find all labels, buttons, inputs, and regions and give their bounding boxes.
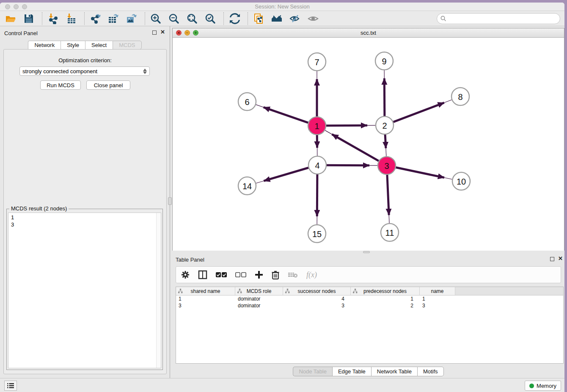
column-header-name[interactable]: name	[420, 287, 455, 295]
cell-successor-nodes[interactable]: 3	[283, 302, 351, 309]
cell-name[interactable]: 3	[420, 302, 455, 309]
search-field[interactable]	[437, 13, 560, 24]
run-mcds-button[interactable]: Run MCDS	[40, 80, 81, 90]
graph-edge-3-10[interactable]	[396, 168, 452, 179]
mcds-result-textarea[interactable]: 13	[8, 213, 161, 368]
split-columns-icon[interactable]	[198, 270, 207, 279]
graph-edge-4-3[interactable]	[327, 165, 377, 166]
graph-edge-3-11[interactable]	[387, 175, 389, 223]
float-panel-icon[interactable]	[152, 30, 157, 35]
cell-shared-name[interactable]: 1	[176, 295, 235, 302]
delete-column-icon[interactable]	[272, 271, 279, 279]
zoom-out-icon[interactable]	[168, 12, 180, 25]
search-icon	[440, 16, 446, 22]
export-table-icon[interactable]	[107, 12, 120, 25]
zoom-selected-icon[interactable]	[204, 12, 217, 25]
splitter-grip[interactable]	[168, 197, 172, 205]
tab-select[interactable]: Select	[85, 41, 113, 50]
column-header-MCDS-role[interactable]: MCDS role	[235, 287, 283, 295]
show-all-icon[interactable]	[307, 12, 319, 25]
graph-node-14[interactable]: 14	[238, 177, 256, 195]
graph-edge-2-3[interactable]	[385, 135, 386, 156]
task-history-button[interactable]	[4, 381, 17, 391]
cell-shared-name[interactable]: 3	[176, 302, 235, 309]
cell-predecessor-nodes[interactable]: 2	[351, 302, 420, 309]
svg-text:2: 2	[382, 121, 387, 130]
scrollbar[interactable]	[156, 213, 161, 368]
graph-edge-1-4[interactable]	[317, 135, 317, 156]
graph-node-2[interactable]: 2	[376, 116, 394, 134]
table-row[interactable]: 1dominator411	[176, 295, 563, 302]
graph-node-10[interactable]: 10	[452, 172, 470, 190]
hide-selected-icon[interactable]	[289, 12, 301, 25]
close-panel-icon[interactable]: ✕	[160, 29, 165, 35]
graph-edge-1-2[interactable]	[326, 125, 375, 126]
first-neighbors-icon[interactable]	[270, 12, 283, 25]
graph-edge-4-15[interactable]	[317, 174, 317, 224]
function-builder-icon[interactable]: f(x)	[306, 271, 317, 279]
table-row[interactable]: 3dominator323	[176, 302, 563, 309]
search-input[interactable]	[449, 15, 556, 22]
tab-edge-table[interactable]: Edge Table	[332, 367, 371, 376]
add-column-icon[interactable]	[255, 271, 263, 279]
optimization-criterion-label: Optimization criterion:	[4, 57, 166, 63]
cell-successor-nodes[interactable]: 4	[283, 295, 351, 302]
export-image-icon[interactable]	[125, 12, 138, 25]
clear-selection-icon[interactable]	[235, 272, 246, 278]
import-table-icon[interactable]	[65, 12, 77, 25]
graph-node-9[interactable]: 9	[375, 52, 393, 70]
zoom-fit-icon[interactable]	[186, 12, 198, 25]
float-table-panel-icon[interactable]	[550, 257, 554, 261]
node-table[interactable]: shared nameMCDS rolesuccessor nodesprede…	[176, 287, 564, 364]
import-network-icon[interactable]	[47, 12, 59, 25]
graph-node-7[interactable]: 7	[308, 53, 326, 71]
network-view-title: scc.txt	[173, 30, 564, 36]
column-header-predecessor-nodes[interactable]: predecessor nodes	[351, 287, 420, 295]
svg-text:3: 3	[384, 161, 389, 171]
column-header-successor-nodes[interactable]: successor nodes	[283, 287, 351, 295]
graph-edge-3-1[interactable]	[325, 130, 379, 161]
graph-node-15[interactable]: 15	[308, 225, 326, 243]
cell-predecessor-nodes[interactable]: 1	[351, 295, 420, 302]
delete-table-icon[interactable]	[288, 271, 298, 278]
close-panel-button[interactable]: Close panel	[86, 80, 130, 90]
cell-MCDS-role[interactable]: dominator	[235, 302, 283, 309]
export-network-icon[interactable]	[89, 12, 102, 25]
graph-node-3[interactable]: 3	[378, 157, 396, 174]
save-session-icon[interactable]	[22, 12, 35, 25]
tab-network-table[interactable]: Network Table	[371, 367, 417, 376]
graph-node-1[interactable]: 1	[308, 117, 326, 135]
optimization-criterion-select[interactable]: strongly connected component	[19, 66, 150, 76]
cytoscape-window: Session: New Session	[0, 3, 564, 392]
graph-edge-1-6[interactable]	[256, 105, 308, 123]
graph-node-4[interactable]: 4	[308, 156, 326, 174]
column-header-shared-name[interactable]: shared name	[176, 287, 235, 295]
svg-text:6: 6	[245, 97, 249, 107]
graph-node-11[interactable]: 11	[381, 224, 399, 241]
network-canvas[interactable]: 7968124314101511	[173, 38, 564, 251]
graph-edge-2-8[interactable]	[394, 100, 452, 122]
graph-edge-2-9[interactable]	[384, 70, 385, 116]
tab-node-table[interactable]: Node Table	[293, 367, 332, 376]
zoom-in-icon[interactable]	[149, 12, 162, 25]
tab-motifs[interactable]: Motifs	[417, 367, 444, 376]
apply-layout-icon[interactable]	[228, 12, 241, 25]
mcds-result-line: 1	[11, 214, 158, 221]
table-settings-icon[interactable]	[181, 271, 190, 279]
clone-network-icon[interactable]	[252, 12, 265, 25]
horizontal-splitter-grip[interactable]	[363, 251, 370, 253]
graph-edge-4-14[interactable]	[256, 168, 308, 183]
cell-MCDS-role[interactable]: dominator	[235, 295, 283, 302]
table-header-row: shared nameMCDS rolesuccessor nodesprede…	[176, 287, 563, 295]
table-toolbar: f(x)	[176, 266, 561, 283]
tab-mcds[interactable]: MCDS	[113, 41, 141, 50]
select-all-rows-icon[interactable]	[216, 272, 227, 278]
close-table-panel-icon[interactable]: ✕	[558, 256, 563, 262]
open-session-icon[interactable]	[4, 12, 17, 25]
graph-node-6[interactable]: 6	[238, 93, 256, 110]
memory-button[interactable]: Memory	[525, 381, 561, 391]
tab-style[interactable]: Style	[61, 41, 85, 50]
tab-network[interactable]: Network	[28, 41, 61, 50]
graph-node-8[interactable]: 8	[451, 88, 469, 105]
cell-name[interactable]: 1	[420, 295, 455, 302]
